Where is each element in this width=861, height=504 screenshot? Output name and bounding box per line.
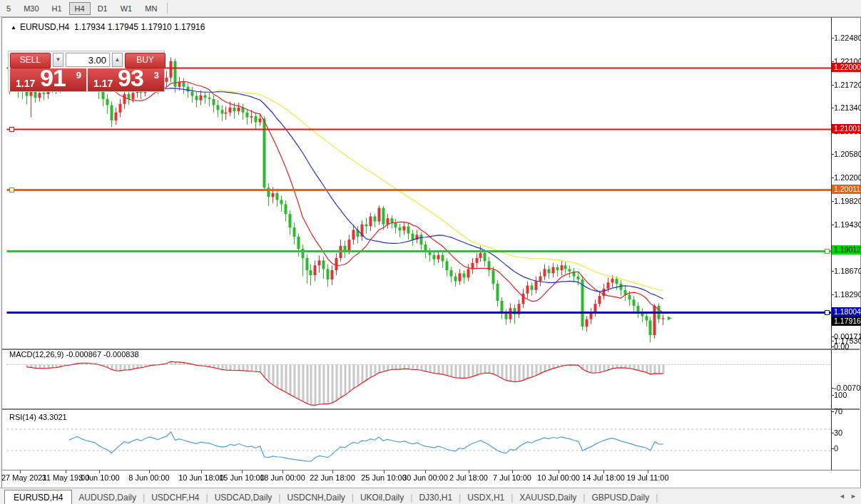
sell-price-big-digits: 91	[40, 64, 66, 92]
price-axis-label: 1.19820	[834, 197, 861, 205]
buy-price-pip-digit: 3	[154, 70, 159, 81]
date-axis-label: 18 Jun 00:00	[260, 473, 305, 482]
rsi-axis-label: 30	[834, 428, 842, 437]
tab-dj30-h1[interactable]: DJ30,H1	[412, 490, 459, 504]
chart-symbol-period: EURUSD,H4	[20, 22, 69, 32]
price-axis-label: 1.21720	[834, 81, 861, 89]
chart-tab-bar: EURUSD,H4AUDUSD,Daily|USDCHF,H4|USDCAD,D…	[0, 488, 861, 504]
date-axis-label: 2 Jul 18:00	[449, 473, 488, 482]
tab-separator: |	[656, 490, 658, 504]
chart-window: ▲EURUSD,H4 1.17934 1.17945 1.17910 1.179…	[1, 17, 861, 488]
tab-audusd-daily[interactable]: AUDUSD,Daily	[72, 490, 143, 504]
current-price-badge: 1.17916	[832, 317, 861, 326]
rsi-label: RSI(14) 43.3021	[9, 413, 67, 421]
chart-ohlc-values: 1.17934 1.17945 1.17910 1.17916	[74, 22, 205, 32]
date-axis-label: 30 Jun 00:00	[402, 473, 448, 482]
volume-input[interactable]	[66, 53, 110, 67]
pane-separator	[2, 349, 860, 350]
tab-scroll-right-icon[interactable]: ►	[850, 493, 857, 500]
date-axis-label: 3 Jun 10:00	[78, 473, 120, 482]
price-level-badge: 1.19012	[832, 245, 861, 254]
sell-price-tile[interactable]: 1.17 91 9	[10, 68, 86, 91]
price-axis-label: 1.20200	[834, 173, 861, 182]
rsi-axis-label: 100	[834, 391, 847, 399]
buy-price-big-digits: 93	[118, 64, 143, 92]
rsi-name: RSI(14)	[9, 413, 36, 421]
timeframe-button-h4[interactable]: H4	[69, 2, 91, 15]
date-axis-label: 7 Jul 10:00	[493, 473, 531, 482]
tab-usdcad-daily[interactable]: USDCAD,Daily	[208, 490, 279, 504]
macd-label: MACD(12,26,9) -0.000867 -0.000838	[9, 350, 139, 359]
rsi-axis-label: 0	[834, 444, 838, 453]
tab-ukoil-daily[interactable]: UKOil,Daily	[354, 490, 410, 504]
collapse-trade-panel-icon[interactable]: ▲	[11, 24, 16, 31]
date-axis-label: 10 Jul 00:00	[537, 473, 580, 482]
tab-gbpusd-daily[interactable]: GBPUSD,Daily	[585, 490, 656, 504]
sell-price-pip-digit: 9	[76, 70, 81, 81]
price-level-badge: 1.22000	[832, 63, 861, 72]
date-axis-label: 10 Jun 18:00	[178, 473, 224, 482]
date-axis-label: 15 Jun 10:00	[219, 473, 265, 482]
buy-price-tile[interactable]: 1.17 93 3	[88, 68, 164, 91]
pane-separator	[2, 470, 860, 470]
timeframe-button-d1[interactable]: D1	[92, 2, 113, 15]
timeframe-button-m30[interactable]: M30	[18, 2, 44, 15]
date-axis-label: 8 Jun 00:00	[128, 473, 170, 482]
date-axis-label: 25 Jun 10:00	[361, 473, 407, 482]
tab-eurusd-h4[interactable]: EURUSD,H4	[4, 490, 72, 504]
macd-indicator-canvas[interactable]	[6, 351, 832, 409]
price-axis-label: 1.19430	[834, 220, 861, 229]
toolbar-separator	[167, 3, 168, 14]
timeframe-button-5[interactable]: 5	[1, 2, 16, 15]
date-axis-label: 19 Jul 11:00	[626, 473, 668, 482]
macd-axis-label: 0.00	[834, 342, 849, 351]
price-level-badge: 1.21001	[832, 124, 861, 133]
tab-usdchf-h4[interactable]: USDCHF,H4	[145, 490, 205, 504]
price-axis-label: 1.18670	[834, 267, 861, 275]
pane-separator	[2, 408, 860, 410]
price-axis-label: 1.21340	[834, 103, 861, 112]
price-axis-label: 1.18290	[834, 290, 861, 299]
timeframe-toolbar: 5M30H1H4D1W1MN	[0, 0, 861, 17]
one-click-trading-panel: SELL ▼ ▲ BUY 1.17 91 9 1.17 93 3	[8, 51, 165, 92]
date-axis-label: 22 Jun 18:00	[310, 473, 355, 482]
sell-price-prefix: 1.17	[16, 78, 35, 89]
tab-xauusd-daily[interactable]: XAUUSD,Daily	[513, 490, 583, 504]
timeframe-button-h1[interactable]: H1	[46, 2, 68, 15]
date-axis-label: 27 May 2021	[1, 473, 47, 482]
macd-values: -0.000867 -0.000838	[66, 350, 138, 359]
macd-axis-label: 0.001718	[834, 332, 861, 341]
buy-price-prefix: 1.17	[93, 78, 113, 89]
timeframe-button-mn[interactable]: MN	[139, 2, 163, 15]
rsi-value: 43.3021	[39, 413, 67, 421]
price-axis-label: 1.22480	[834, 34, 861, 42]
macd-name: MACD(12,26,9)	[9, 350, 63, 359]
timeframe-button-w1[interactable]: W1	[115, 2, 138, 15]
rsi-axis-label: 70	[834, 407, 842, 416]
price-level-badge: 1.18004	[832, 307, 861, 317]
tab-usdcnh-daily[interactable]: USDCNH,Daily	[280, 490, 351, 504]
tab-scroll-left-icon[interactable]: ◄	[839, 493, 845, 500]
price-level-badge: 1.20011	[832, 185, 861, 194]
mt4-workspace: 5M30H1H4D1W1MN ▲EURUSD,H4 1.17934 1.1794…	[0, 0, 861, 504]
date-axis-label: 14 Jul 18:00	[582, 473, 625, 482]
rsi-indicator-canvas[interactable]	[6, 411, 832, 470]
chart-title: ▲EURUSD,H4 1.17934 1.17945 1.17910 1.179…	[11, 22, 205, 32]
tab-usdx-h1[interactable]: USDX,H1	[461, 490, 511, 504]
price-axis-label: 1.20580	[834, 150, 861, 158]
